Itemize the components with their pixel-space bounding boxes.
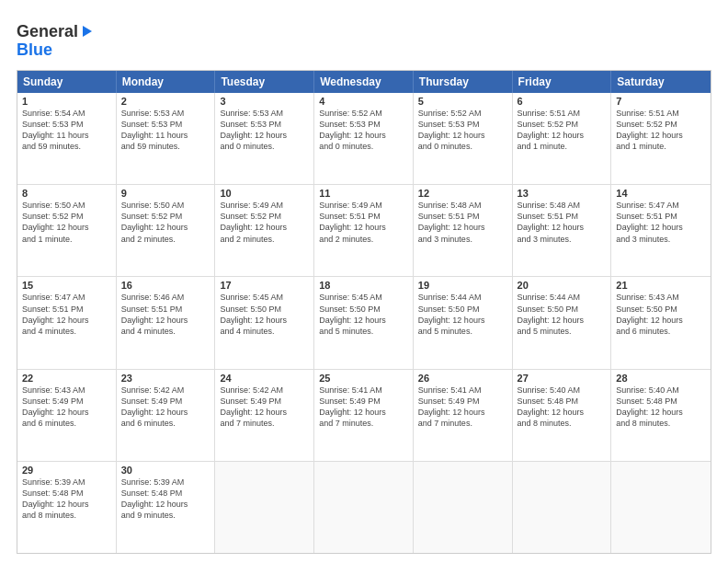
cell-line: and 5 minutes. (418, 326, 507, 337)
day-number: 20 (518, 280, 607, 291)
day-number: 8 (22, 188, 111, 199)
cell-line: Sunset: 5:50 PM (220, 304, 309, 315)
cell-line: Sunset: 5:53 PM (220, 119, 309, 130)
cell-line: Daylight: 12 hours (220, 407, 309, 418)
cell-line: Sunrise: 5:44 AM (418, 292, 507, 303)
cell-line: Daylight: 11 hours (121, 130, 210, 141)
day-number: 16 (121, 280, 210, 291)
cell-line: Sunrise: 5:52 AM (418, 108, 507, 119)
cell-line: Sunrise: 5:47 AM (22, 292, 111, 303)
cell-line: Sunrise: 5:53 AM (220, 108, 309, 119)
day-number: 10 (220, 188, 309, 199)
cell-line: Daylight: 12 hours (22, 407, 111, 418)
cell-line: Sunset: 5:53 PM (418, 119, 507, 130)
cell-line: and 59 minutes. (22, 141, 111, 152)
cell-line: Sunrise: 5:51 AM (616, 108, 706, 119)
day-number: 11 (319, 188, 408, 199)
cal-cell-26: 26Sunrise: 5:41 AMSunset: 5:49 PMDayligh… (414, 370, 513, 461)
cell-line: Sunrise: 5:39 AM (121, 477, 210, 488)
cal-cell-23: 23Sunrise: 5:42 AMSunset: 5:49 PMDayligh… (117, 370, 216, 461)
cal-cell-empty-3 (314, 462, 414, 553)
cell-line: Sunrise: 5:52 AM (319, 108, 408, 119)
cell-line: and 3 minutes. (518, 234, 607, 245)
cell-line: Sunrise: 5:42 AM (220, 385, 309, 396)
cell-line: Sunset: 5:52 PM (121, 211, 210, 222)
cell-line: Sunrise: 5:39 AM (22, 477, 111, 488)
cal-cell-16: 16Sunrise: 5:46 AMSunset: 5:51 PMDayligh… (117, 277, 216, 368)
cell-line: Daylight: 12 hours (518, 315, 607, 326)
cell-line: and 9 minutes. (121, 510, 210, 521)
cell-line: Sunset: 5:52 PM (220, 211, 309, 222)
cell-line: and 5 minutes. (319, 326, 408, 337)
cell-line: and 4 minutes. (220, 326, 309, 337)
header: GeneralBlue (17, 17, 711, 63)
cell-line: Sunset: 5:49 PM (22, 396, 111, 407)
cell-line: Sunset: 5:52 PM (616, 119, 706, 130)
cell-line: and 6 minutes. (22, 418, 111, 429)
day-number: 30 (121, 465, 210, 476)
cell-line: Sunset: 5:51 PM (22, 304, 111, 315)
header-wednesday: Wednesday (314, 71, 414, 93)
cell-line: and 4 minutes. (22, 326, 111, 337)
day-number: 25 (319, 373, 408, 384)
header-friday: Friday (513, 71, 612, 93)
cell-line: Daylight: 12 hours (319, 130, 408, 141)
cell-line: Sunset: 5:50 PM (418, 304, 507, 315)
cell-line: and 8 minutes. (616, 418, 706, 429)
cal-cell-empty-4 (414, 462, 513, 553)
cell-line: Sunrise: 5:48 AM (418, 200, 507, 211)
cell-line: Sunrise: 5:50 AM (22, 200, 111, 211)
cal-cell-11: 11Sunrise: 5:49 AMSunset: 5:51 PMDayligh… (314, 185, 414, 276)
cell-line: Sunset: 5:53 PM (22, 119, 111, 130)
cell-line: Daylight: 12 hours (616, 130, 706, 141)
cell-line: and 7 minutes. (319, 418, 408, 429)
cell-line: Daylight: 12 hours (518, 222, 607, 233)
cal-cell-25: 25Sunrise: 5:41 AMSunset: 5:49 PMDayligh… (314, 370, 414, 461)
day-number: 7 (616, 96, 706, 107)
cal-cell-empty-2 (215, 462, 314, 553)
cal-cell-empty-5 (513, 462, 612, 553)
cell-line: Daylight: 12 hours (22, 315, 111, 326)
cell-line: Sunrise: 5:42 AM (121, 385, 210, 396)
day-number: 1 (22, 96, 111, 107)
cell-line: Sunrise: 5:48 AM (518, 200, 607, 211)
calendar-week-2: 8Sunrise: 5:50 AMSunset: 5:52 PMDaylight… (17, 184, 711, 276)
logo: GeneralBlue (17, 17, 99, 63)
cell-line: Daylight: 12 hours (220, 222, 309, 233)
header-monday: Monday (117, 71, 216, 93)
cell-line: Sunrise: 5:43 AM (22, 385, 111, 396)
cell-line: and 2 minutes. (319, 234, 408, 245)
cell-line: Sunrise: 5:49 AM (319, 200, 408, 211)
cell-line: Daylight: 12 hours (220, 130, 309, 141)
cell-line: Sunrise: 5:43 AM (616, 292, 706, 303)
cal-cell-6: 6Sunrise: 5:51 AMSunset: 5:52 PMDaylight… (513, 93, 612, 184)
cal-cell-12: 12Sunrise: 5:48 AMSunset: 5:51 PMDayligh… (414, 185, 513, 276)
cell-line: Sunrise: 5:54 AM (22, 108, 111, 119)
cell-line: and 6 minutes. (121, 418, 210, 429)
cal-cell-17: 17Sunrise: 5:45 AMSunset: 5:50 PMDayligh… (215, 277, 314, 368)
cal-cell-21: 21Sunrise: 5:43 AMSunset: 5:50 PMDayligh… (611, 277, 711, 368)
day-number: 15 (22, 280, 111, 291)
cell-line: Sunrise: 5:41 AM (418, 385, 507, 396)
cal-cell-1: 1Sunrise: 5:54 AMSunset: 5:53 PMDaylight… (17, 93, 117, 184)
cell-line: Sunrise: 5:44 AM (518, 292, 607, 303)
cell-line: Sunset: 5:51 PM (518, 211, 607, 222)
cell-line: Sunset: 5:51 PM (418, 211, 507, 222)
cell-line: and 1 minute. (518, 141, 607, 152)
cal-cell-empty-6 (611, 462, 711, 553)
calendar: SundayMondayTuesdayWednesdayThursdayFrid… (17, 70, 711, 554)
cal-cell-7: 7Sunrise: 5:51 AMSunset: 5:52 PMDaylight… (611, 93, 711, 184)
logo-svg: GeneralBlue (17, 17, 99, 63)
cal-cell-14: 14Sunrise: 5:47 AMSunset: 5:51 PMDayligh… (611, 185, 711, 276)
cell-line: and 7 minutes. (220, 418, 309, 429)
cell-line: and 0 minutes. (220, 141, 309, 152)
cal-cell-22: 22Sunrise: 5:43 AMSunset: 5:49 PMDayligh… (17, 370, 117, 461)
cell-line: Sunset: 5:51 PM (121, 304, 210, 315)
cell-line: Sunrise: 5:40 AM (518, 385, 607, 396)
day-number: 3 (220, 96, 309, 107)
cal-cell-28: 28Sunrise: 5:40 AMSunset: 5:48 PMDayligh… (611, 370, 711, 461)
header-sunday: Sunday (17, 71, 117, 93)
cal-cell-20: 20Sunrise: 5:44 AMSunset: 5:50 PMDayligh… (513, 277, 612, 368)
page: GeneralBlue SundayMondayTuesdayWednesday… (0, 0, 728, 563)
svg-text:Blue: Blue (17, 40, 52, 59)
